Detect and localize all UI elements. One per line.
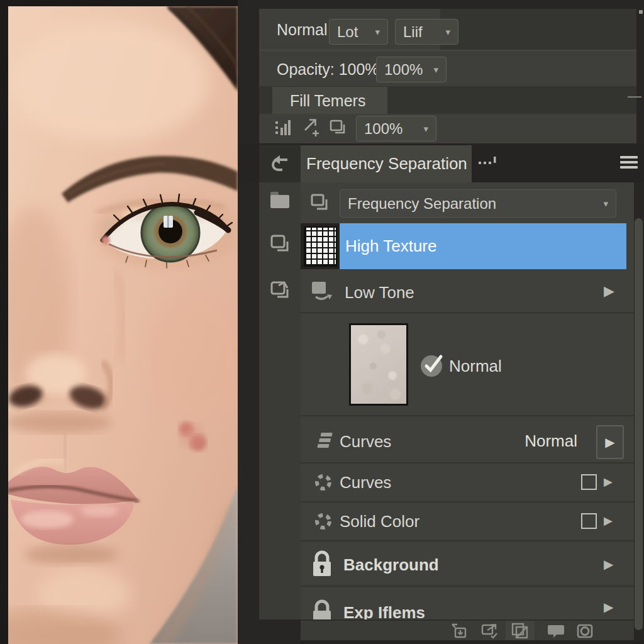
lock-icon — [311, 598, 333, 619]
grid-texture-thumbnail — [304, 226, 337, 267]
undo-arrow-icon — [270, 155, 290, 172]
layer-squares-alt-icon[interactable] — [270, 280, 292, 302]
layer-checkbox[interactable] — [581, 474, 597, 490]
zoom-value: 100% — [364, 120, 402, 138]
expand-triangle-icon[interactable]: ▶ — [604, 284, 614, 298]
blend-panel-dark-area — [440, 9, 636, 50]
blend-mode-label: Normal — [277, 21, 328, 39]
scrollbar-thumb[interactable] — [635, 218, 643, 630]
photo-canvas[interactable] — [0, 0, 238, 644]
lock-icon — [311, 549, 333, 578]
layer-preview-thumbnail[interactable] — [349, 323, 408, 406]
opacity-dropdown[interactable]: 100% ▾ — [376, 57, 447, 82]
expand-triangle-icon[interactable]: ▶ — [604, 558, 613, 570]
blend-preset-dropdown[interactable]: Lot ▾ — [329, 19, 388, 45]
layer-name: Solid Color — [340, 512, 419, 531]
curves-stack-icon — [315, 431, 335, 452]
group-squares-icon[interactable] — [309, 192, 333, 215]
layers-bottom-toolbar — [301, 619, 634, 640]
preview-blend-label: Normal — [449, 357, 502, 376]
dotted-circle-icon — [314, 512, 333, 531]
chevron-down-icon: ▾ — [445, 26, 450, 38]
app-window: Normal Lot ▾ Liif ▾ Opacity: 100% 100% ▾… — [0, 0, 644, 644]
camera-icon[interactable] — [576, 623, 594, 639]
expand-triangle-icon[interactable]: ▶ — [604, 515, 613, 526]
back-button[interactable] — [259, 145, 301, 182]
expand-triangle-icon: ▶ — [604, 601, 613, 613]
chevron-down-icon: ▾ — [375, 26, 380, 38]
layers-panel-title-tab[interactable]: Frequency Separation — [301, 145, 472, 182]
layer-name: Curves — [340, 432, 391, 452]
layer-mask-icon[interactable] — [511, 623, 530, 639]
tab-options-dots-icon[interactable] — [478, 156, 498, 166]
chevron-down-icon: ▾ — [603, 198, 608, 209]
blend-mode2-dropdown[interactable]: Liif ▾ — [395, 19, 458, 45]
blend-mode2-value: Liif — [403, 23, 423, 41]
below-toolbar-gap — [301, 640, 644, 644]
layer-thumbnail-tile[interactable] — [301, 223, 340, 269]
fill-panel-tab-label: Fill Temers — [290, 92, 365, 110]
layer-squares-icon[interactable] — [270, 234, 292, 255]
blend-preset-value: Lot — [337, 23, 358, 41]
canvas-matte-top — [0, 0, 238, 6]
layer-row-curves-adjustment[interactable]: Curves Normal ▶ — [301, 416, 634, 464]
layer-row-solid-color[interactable]: Solid Color ▶ — [301, 502, 634, 541]
layer-name: Curves — [340, 473, 391, 492]
export-arrow-icon[interactable] — [303, 118, 320, 136]
expand-triangle-icon: ▶ — [605, 436, 614, 448]
opacity-value: 100% — [384, 61, 423, 79]
layer-row-partial[interactable]: Exp Iflems ▶ — [301, 587, 634, 619]
layer-row-curves-fill[interactable]: Curves ▶ — [301, 464, 634, 502]
minimize-icon[interactable]: — — [628, 88, 641, 104]
layer-blend-label: Normal — [508, 431, 577, 451]
chevron-down-icon: ▾ — [423, 123, 428, 135]
layers-panel-title: Frequency Separation — [306, 154, 467, 174]
opacity-label: Opacity: 100% — [277, 60, 379, 79]
layer-name: Background — [343, 555, 439, 575]
group-selector-value: Frequency Separation — [348, 195, 496, 213]
layer-row-low-tone[interactable]: Low Tone ▶ — [301, 269, 634, 313]
layer-name: High Texture — [345, 236, 437, 256]
layer-name: Low Tone — [345, 283, 414, 303]
layer-row-background[interactable]: Background ▶ — [301, 541, 634, 587]
dotted-circle-icon — [314, 473, 333, 492]
histogram-icon[interactable] — [275, 119, 292, 136]
portrait-image — [8, 6, 238, 644]
new-adjustment-icon[interactable] — [480, 623, 498, 639]
expand-button[interactable]: ▶ — [596, 425, 624, 459]
chevron-down-icon: ▾ — [433, 64, 438, 75]
comment-bubble-icon[interactable] — [547, 624, 565, 639]
blend-panel-separator — [259, 50, 636, 51]
check-circle-icon[interactable] — [418, 350, 447, 379]
zoom-dropdown[interactable]: 100% ▾ — [356, 116, 436, 142]
layer-row-high-texture[interactable]: High Texture — [340, 223, 626, 269]
group-selector-dropdown[interactable]: Frequency Separation ▾ — [340, 189, 616, 218]
smart-object-icon — [311, 280, 333, 302]
clip-layer-icon[interactable] — [450, 623, 468, 639]
canvas-matte-left — [0, 0, 8, 644]
fill-panel-tab[interactable]: Fill Temers — [272, 87, 387, 114]
folder-icon[interactable] — [269, 190, 291, 210]
layer-name: Exp Iflems — [343, 603, 425, 619]
layer-checkbox[interactable] — [581, 513, 597, 529]
expand-triangle-icon[interactable]: ▶ — [604, 476, 613, 487]
duplicate-squares-icon[interactable] — [330, 119, 347, 136]
hamburger-menu-icon[interactable] — [620, 156, 638, 171]
